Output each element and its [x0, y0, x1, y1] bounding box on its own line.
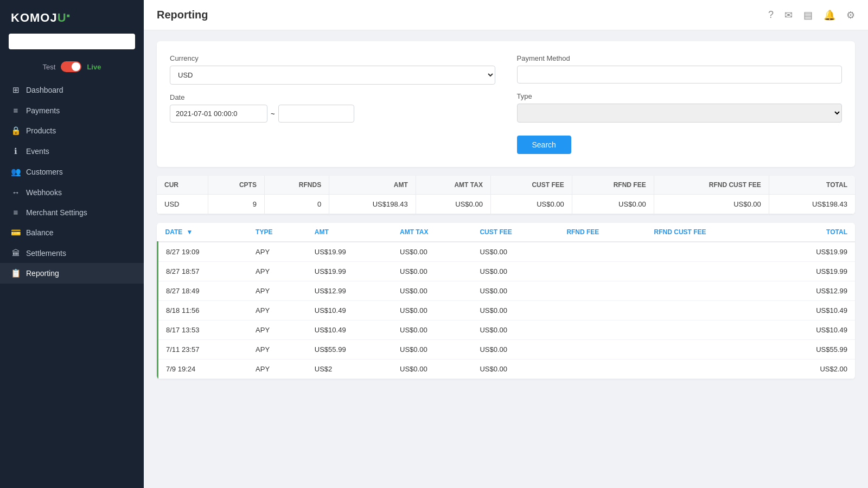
detail-cell-amt-tax: US$0.00	[392, 242, 472, 262]
detail-cell-rfnd-cust-fee	[647, 340, 770, 359]
detail-cell-cust-fee: US$0.00	[472, 340, 559, 359]
sidebar-nav: ⊞ Dashboard ≡ Payments 🔒 Products ℹ Even…	[0, 80, 144, 284]
summary-col-amt: AMT	[329, 176, 416, 195]
detail-cell-total: US$55.99	[770, 340, 855, 359]
detail-cell-rfnd-fee	[559, 359, 646, 379]
sidebar-item-products[interactable]: 🔒 Products	[0, 120, 144, 141]
gear-icon[interactable]: ⚙	[846, 9, 855, 21]
detail-cell-amt-tax: US$0.00	[392, 301, 472, 320]
detail-row: 8/27 18:57 APY US$19.99 US$0.00 US$0.00 …	[158, 262, 856, 281]
customers-icon: 👥	[11, 167, 21, 177]
summary-cell-rfnd-fee: US$0.00	[572, 195, 654, 214]
main-content: Reporting ? ✉ ▤ 🔔 ⚙ Currency USD EUR	[144, 0, 868, 488]
detail-cell-amt-tax: US$0.00	[392, 281, 472, 301]
currency-select[interactable]: USD EUR GBP JPY	[170, 66, 495, 85]
detail-col-rfnd-cust-fee[interactable]: RFND CUST FEE	[647, 223, 770, 242]
detail-cell-amt: US$55.99	[307, 340, 392, 359]
email-icon[interactable]: ✉	[784, 9, 793, 21]
summary-cell-cust-fee: US$0.00	[490, 195, 572, 214]
reporting-icon: 📋	[11, 268, 21, 278]
payment-method-input[interactable]	[517, 66, 843, 84]
detail-cell-rfnd-cust-fee	[647, 281, 770, 301]
detail-cell-type: APY	[248, 301, 307, 320]
detail-cell-rfnd-cust-fee	[647, 301, 770, 320]
detail-col-date[interactable]: DATE ▼	[158, 223, 248, 242]
sidebar-item-events[interactable]: ℹ Events	[0, 141, 144, 162]
sidebar-item-dashboard[interactable]: ⊞ Dashboard	[0, 80, 144, 100]
search-button[interactable]: Search	[517, 136, 571, 154]
sort-arrow-icon: ▼	[187, 228, 193, 236]
detail-cell-type: APY	[248, 359, 307, 379]
sidebar-item-settlements[interactable]: 🏛 Settlements	[0, 243, 144, 263]
env-toggle: Test Live	[0, 58, 144, 80]
payments-icon: ≡	[11, 106, 21, 115]
document-icon[interactable]: ▤	[803, 9, 813, 21]
sidebar-item-webhooks[interactable]: ↔ Webhooks	[0, 182, 144, 202]
dashboard-icon: ⊞	[11, 85, 21, 95]
detail-cell-type: APY	[248, 242, 307, 262]
sidebar-item-label: Settlements	[26, 249, 66, 258]
type-filter-group: Type	[517, 92, 843, 123]
detail-cell-type: APY	[248, 320, 307, 340]
sidebar-item-customers[interactable]: 👥 Customers	[0, 162, 144, 182]
detail-col-amt-tax[interactable]: AMT TAX	[392, 223, 472, 242]
detail-row: 8/27 18:49 APY US$12.99 US$0.00 US$0.00 …	[158, 281, 856, 301]
summary-cell-cur: USD	[157, 195, 208, 214]
detail-cell-amt: US$10.49	[307, 320, 392, 340]
logo-text: KOMOJU■	[11, 11, 71, 24]
detail-col-rfnd-fee[interactable]: RFND FEE	[559, 223, 646, 242]
sidebar-item-label: Customers	[26, 168, 63, 176]
summary-cell-amt-tax: US$0.00	[416, 195, 490, 214]
sidebar-item-balance[interactable]: 💳 Balance	[0, 222, 144, 243]
detail-cell-cust-fee: US$0.00	[472, 281, 559, 301]
summary-table: CUR CPTS RFNDS AMT AMT TAX CUST FEE RFND…	[157, 176, 855, 214]
detail-cell-amt-tax: US$0.00	[392, 320, 472, 340]
sidebar-item-payments[interactable]: ≡ Payments	[0, 100, 144, 120]
detail-col-cust-fee[interactable]: CUST FEE	[472, 223, 559, 242]
left-filters: Currency USD EUR GBP JPY Date ~	[170, 54, 495, 154]
summary-col-cpts: CPTS	[208, 176, 264, 195]
summary-cell-rfnd-cust-fee: US$0.00	[654, 195, 769, 214]
detail-cell-rfnd-fee	[559, 301, 646, 320]
currency-filter-group: Currency USD EUR GBP JPY	[170, 54, 495, 85]
env-toggle-switch[interactable]	[61, 61, 81, 72]
detail-cell-amt: US$2	[307, 359, 392, 379]
detail-cell-type: APY	[248, 340, 307, 359]
detail-col-total[interactable]: TOTAL	[770, 223, 855, 242]
date-from-input[interactable]	[170, 105, 267, 123]
summary-cell-total: US$198.43	[769, 195, 855, 214]
detail-cell-cust-fee: US$0.00	[472, 359, 559, 379]
date-to-input[interactable]	[278, 105, 354, 123]
detail-table: DATE ▼ TYPE AMT AMT TAX CUST FEE RFND FE…	[157, 223, 855, 379]
sidebar-search-input[interactable]	[9, 34, 135, 49]
type-select[interactable]	[517, 104, 843, 123]
detail-cell-total: US$19.99	[770, 262, 855, 281]
detail-col-amt[interactable]: AMT	[307, 223, 392, 242]
detail-cell-amt-tax: US$0.00	[392, 359, 472, 379]
detail-cell-date: 7/11 23:57	[158, 340, 248, 359]
detail-cell-rfnd-fee	[559, 320, 646, 340]
detail-cell-amt: US$19.99	[307, 262, 392, 281]
sidebar-item-label: Balance	[26, 228, 54, 237]
bell-icon[interactable]: 🔔	[824, 9, 835, 21]
summary-cell-amt: US$198.43	[329, 195, 416, 214]
merchant-settings-icon: ≡	[11, 208, 21, 217]
sidebar-search-container	[0, 34, 144, 58]
detail-cell-rfnd-fee	[559, 262, 646, 281]
filter-row: Currency USD EUR GBP JPY Date ~	[170, 54, 842, 154]
summary-col-rfnd-fee: RFND FEE	[572, 176, 654, 195]
sidebar-item-reporting[interactable]: 📋 Reporting	[0, 263, 144, 284]
sidebar-item-merchant-settings[interactable]: ≡ Merchant Settings	[0, 202, 144, 222]
detail-cell-rfnd-fee	[559, 340, 646, 359]
summary-cell-cpts: 9	[208, 195, 264, 214]
detail-col-type[interactable]: TYPE	[248, 223, 307, 242]
balance-icon: 💳	[11, 228, 21, 237]
detail-row: 8/27 19:09 APY US$19.99 US$0.00 US$0.00 …	[158, 242, 856, 262]
sidebar-item-label: Merchant Settings	[26, 208, 87, 217]
sidebar-item-label: Dashboard	[26, 86, 63, 94]
help-icon[interactable]: ?	[768, 9, 774, 21]
detail-cell-total: US$12.99	[770, 281, 855, 301]
right-filters: Payment Method Type Search	[517, 54, 843, 154]
topbar-icons: ? ✉ ▤ 🔔 ⚙	[768, 9, 855, 21]
summary-col-total: TOTAL	[769, 176, 855, 195]
